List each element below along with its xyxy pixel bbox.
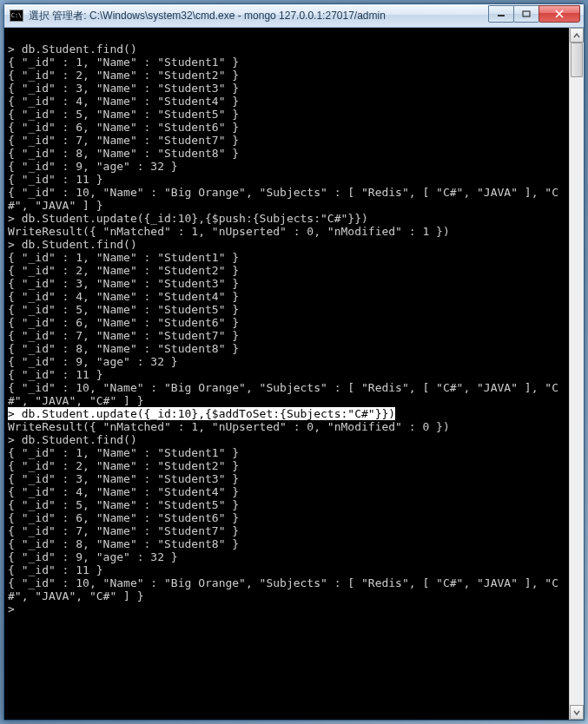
terminal-line: WriteResult({ "nMatched" : 1, "nUpserted… (8, 225, 450, 238)
minimize-button[interactable] (488, 5, 514, 23)
minimize-icon (497, 10, 505, 17)
terminal-line: { "_id" : 10, "Name" : "Big Orange", "Su… (8, 381, 558, 407)
close-button[interactable] (538, 5, 580, 23)
terminal-line: > (8, 602, 15, 615)
terminal-line: { "_id" : 2, "Name" : "Student2" } (8, 459, 239, 472)
terminal-line: > db.Student.find() (8, 433, 137, 446)
terminal-line: { "_id" : 11 } (8, 173, 103, 186)
terminal-line: { "_id" : 5, "Name" : "Student5" } (8, 303, 239, 316)
maximize-button[interactable] (513, 5, 539, 23)
terminal-line: { "_id" : 10, "Name" : "Big Orange", "Su… (8, 186, 558, 212)
terminal-line: { "_id" : 9, "age" : 32 } (8, 160, 178, 173)
close-icon (554, 10, 565, 18)
terminal-line: { "_id" : 7, "Name" : "Student7" } (8, 329, 239, 342)
terminal-line: { "_id" : 6, "Name" : "Student6" } (8, 511, 239, 524)
terminal-line: > db.Student.find() (8, 238, 137, 251)
terminal-line: { "_id" : 6, "Name" : "Student6" } (8, 316, 239, 329)
scroll-track[interactable] (570, 43, 584, 705)
terminal-line: { "_id" : 4, "Name" : "Student4" } (8, 95, 239, 108)
terminal-line: { "_id" : 3, "Name" : "Student3" } (8, 82, 239, 95)
terminal-line: { "_id" : 1, "Name" : "Student1" } (8, 446, 239, 459)
chevron-down-icon (573, 710, 580, 715)
maximize-icon (522, 10, 531, 17)
titlebar[interactable]: C:\ 選択 管理者: C:\Windows\system32\cmd.exe … (4, 4, 584, 28)
scroll-thumb[interactable] (571, 43, 583, 77)
cmd-icon: C:\ (10, 10, 23, 22)
terminal-line: { "_id" : 7, "Name" : "Student7" } (8, 524, 239, 537)
terminal-line: { "_id" : 8, "Name" : "Student8" } (8, 342, 239, 355)
terminal-line: { "_id" : 3, "Name" : "Student3" } (8, 472, 239, 485)
svg-rect-1 (523, 11, 530, 16)
terminal-line: > db.Student.update({_id:10},{$addToSet:… (8, 407, 395, 420)
terminal-line: { "_id" : 5, "Name" : "Student5" } (8, 108, 239, 121)
terminal-line: { "_id" : 1, "Name" : "Student1" } (8, 251, 239, 264)
terminal-line: WriteResult({ "nMatched" : 1, "nUpserted… (8, 420, 450, 433)
svg-rect-0 (498, 15, 505, 16)
terminal-line: { "_id" : 2, "Name" : "Student2" } (8, 69, 239, 82)
cmd-window: C:\ 選択 管理者: C:\Windows\system32\cmd.exe … (3, 3, 585, 721)
terminal-line: { "_id" : 4, "Name" : "Student4" } (8, 290, 239, 303)
terminal-line: { "_id" : 3, "Name" : "Student3" } (8, 277, 239, 290)
scrollbar[interactable] (569, 28, 584, 720)
terminal-line: { "_id" : 11 } (8, 563, 103, 576)
terminal-line: { "_id" : 8, "Name" : "Student8" } (8, 147, 239, 160)
terminal-output[interactable]: > db.Student.find() { "_id" : 1, "Name" … (4, 28, 569, 720)
terminal-line: { "_id" : 10, "Name" : "Big Orange", "Su… (8, 576, 558, 602)
terminal-area: > db.Student.find() { "_id" : 1, "Name" … (4, 28, 584, 720)
scroll-down-button[interactable] (570, 705, 584, 720)
terminal-line: { "_id" : 8, "Name" : "Student8" } (8, 537, 239, 550)
scroll-up-button[interactable] (570, 28, 584, 43)
terminal-line: { "_id" : 1, "Name" : "Student1" } (8, 56, 239, 69)
terminal-line: { "_id" : 5, "Name" : "Student5" } (8, 498, 239, 511)
terminal-line: { "_id" : 7, "Name" : "Student7" } (8, 134, 239, 147)
terminal-line: { "_id" : 11 } (8, 368, 103, 381)
terminal-line: { "_id" : 9, "age" : 32 } (8, 550, 178, 563)
window-title: 選択 管理者: C:\Windows\system32\cmd.exe - mo… (29, 9, 489, 23)
terminal-line: { "_id" : 6, "Name" : "Student6" } (8, 121, 239, 134)
terminal-line: { "_id" : 4, "Name" : "Student4" } (8, 485, 239, 498)
chevron-up-icon (573, 33, 580, 38)
terminal-line: { "_id" : 2, "Name" : "Student2" } (8, 264, 239, 277)
terminal-line: > db.Student.update({_id:10},{$push:{Sub… (8, 212, 368, 225)
terminal-line: > db.Student.find() (8, 43, 137, 56)
window-controls (489, 5, 584, 23)
terminal-line: { "_id" : 9, "age" : 32 } (8, 355, 178, 368)
